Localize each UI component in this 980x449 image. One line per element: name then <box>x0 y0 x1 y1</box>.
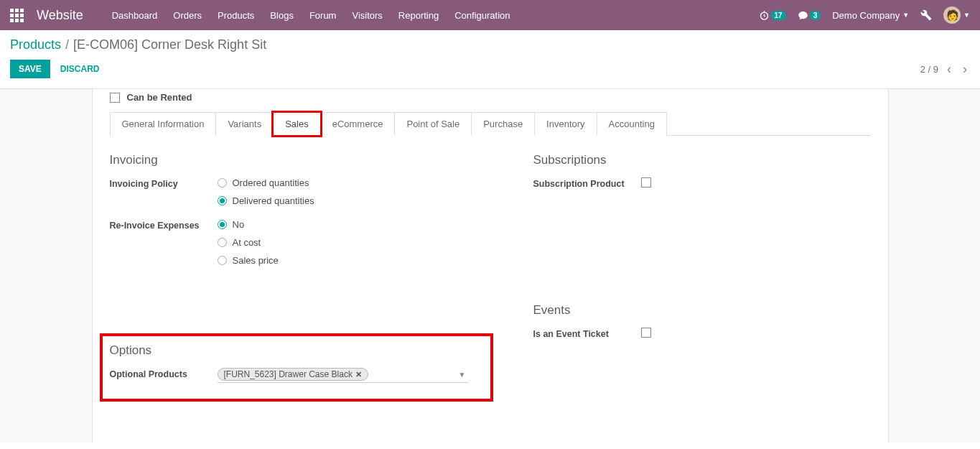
tab-ecommerce[interactable]: eCommerce <box>320 112 396 136</box>
tabs: General Information Variants Sales eComm… <box>110 111 871 136</box>
radio-icon <box>218 196 227 205</box>
radio-icon <box>218 238 227 247</box>
app-brand[interactable]: Website <box>37 8 83 23</box>
policy-ordered[interactable]: Ordered quantities <box>218 177 490 188</box>
invoicing-policy-label: Invoicing Policy <box>110 177 218 213</box>
product-tag: [FURN_5623] Drawer Case Black ✕ <box>218 368 368 381</box>
timer-badge: 17 <box>771 11 786 20</box>
radio-icon <box>218 256 227 265</box>
options-title: Options <box>110 343 483 358</box>
chevron-down-icon: ▼ <box>902 11 909 19</box>
nav-orders[interactable]: Orders <box>173 10 202 21</box>
tab-general-information[interactable]: General Information <box>110 112 217 136</box>
event-ticket-label: Is an Event Ticket <box>533 328 641 340</box>
reinvoice-atcost-label: At cost <box>233 237 261 248</box>
optional-products-label: Optional Products <box>110 368 218 383</box>
topbar-right: 17 3 Demo Company ▼ 🧑 ▼ <box>759 6 970 24</box>
invoicing-policy-field: Ordered quantities Delivered quantities <box>218 177 490 213</box>
tag-remove-icon[interactable]: ✕ <box>355 370 362 379</box>
policy-delivered-label: Delivered quantities <box>233 195 314 206</box>
company-switcher[interactable]: Demo Company ▼ <box>832 10 909 21</box>
nav-configuration[interactable]: Configuration <box>454 10 510 21</box>
nav-menu: Dashboard Orders Products Blogs Forum Vi… <box>112 10 510 21</box>
product-tag-label: [FURN_5623] Drawer Case Black <box>224 369 353 379</box>
can-be-rented-label: Can be Rented <box>127 92 192 103</box>
breadcrumb: Products / [E-COM06] Corner Desk Right S… <box>0 30 980 55</box>
subscription-product-row: Subscription Product <box>533 177 871 190</box>
reinvoice-salesprice[interactable]: Sales price <box>218 255 490 266</box>
reinvoice-no-label: No <box>233 219 245 230</box>
subscription-product-checkbox[interactable] <box>641 177 651 188</box>
policy-ordered-label: Ordered quantities <box>233 177 309 188</box>
event-ticket-row: Is an Event Ticket <box>533 328 871 340</box>
chat-button[interactable]: 3 <box>798 10 821 21</box>
nav-products[interactable]: Products <box>218 10 254 21</box>
nav-forum[interactable]: Forum <box>309 10 337 21</box>
can-be-rented-row: Can be Rented <box>110 89 871 111</box>
tab-inventory[interactable]: Inventory <box>534 112 597 136</box>
invoicing-policy-row: Invoicing Policy Ordered quantities Deli… <box>110 177 490 213</box>
timer-icon <box>759 10 770 21</box>
nav-reporting[interactable]: Reporting <box>398 10 439 21</box>
pager: 2 / 9 ‹ › <box>920 62 970 77</box>
form-columns: Invoicing Invoicing Policy Ordered quant… <box>110 153 871 399</box>
right-column: Subscriptions Subscription Product Event… <box>533 153 871 399</box>
can-be-rented-checkbox[interactable] <box>110 93 120 103</box>
breadcrumb-sep: / <box>65 37 69 52</box>
tab-purchase[interactable]: Purchase <box>471 112 535 136</box>
pager-prev[interactable]: ‹ <box>944 62 954 77</box>
optional-products-field: [FURN_5623] Drawer Case Black ✕ ▼ <box>218 368 483 383</box>
optional-products-input[interactable]: [FURN_5623] Drawer Case Black ✕ ▼ <box>218 368 469 383</box>
event-ticket-checkbox[interactable] <box>641 328 651 338</box>
breadcrumb-root[interactable]: Products <box>10 37 61 52</box>
save-button[interactable]: SAVE <box>10 60 50 78</box>
subscriptions-title: Subscriptions <box>533 153 871 167</box>
radio-icon <box>218 178 227 188</box>
avatar: 🧑 <box>943 6 961 24</box>
nav-dashboard[interactable]: Dashboard <box>112 10 158 21</box>
discard-button[interactable]: DISCARD <box>60 64 100 74</box>
options-section: Options Optional Products [FURN_5623] Dr… <box>103 336 490 399</box>
breadcrumb-current: [E-COM06] Corner Desk Right Sit <box>73 37 266 52</box>
dropdown-caret-icon[interactable]: ▼ <box>459 371 466 379</box>
action-bar: SAVE DISCARD 2 / 9 ‹ › <box>0 55 980 88</box>
tab-sales[interactable]: Sales <box>273 112 321 136</box>
optional-products-row: Optional Products [FURN_5623] Drawer Cas… <box>110 368 483 383</box>
apps-icon[interactable] <box>10 9 24 22</box>
form-sheet: Can be Rented General Information Varian… <box>92 89 889 443</box>
pager-count: 2 / 9 <box>920 64 938 75</box>
reinvoice-atcost[interactable]: At cost <box>218 237 490 248</box>
reinvoice-salesprice-label: Sales price <box>233 255 279 266</box>
chevron-down-icon: ▼ <box>963 11 970 19</box>
subscription-product-label: Subscription Product <box>533 177 641 190</box>
events-title: Events <box>533 303 871 318</box>
topbar: Website Dashboard Orders Products Blogs … <box>0 0 980 30</box>
nav-blogs[interactable]: Blogs <box>270 10 294 21</box>
nav-visitors[interactable]: Visitors <box>352 10 382 21</box>
reinvoice-row: Re-Invoice Expenses No At cost Sales <box>110 219 490 273</box>
tab-point-of-sale[interactable]: Point of Sale <box>394 112 472 136</box>
reinvoice-field: No At cost Sales price <box>218 219 490 273</box>
pager-next[interactable]: › <box>960 62 970 77</box>
left-column: Invoicing Invoicing Policy Ordered quant… <box>110 153 490 399</box>
timer-button[interactable]: 17 <box>759 10 786 21</box>
invoicing-title: Invoicing <box>110 153 490 167</box>
policy-delivered[interactable]: Delivered quantities <box>218 195 490 206</box>
radio-icon <box>218 220 227 229</box>
chat-badge: 3 <box>810 11 821 20</box>
reinvoice-label: Re-Invoice Expenses <box>110 219 218 273</box>
debug-icon[interactable] <box>920 9 932 21</box>
tab-accounting[interactable]: Accounting <box>597 112 667 136</box>
content-scroll[interactable]: Can be Rented General Information Varian… <box>0 88 980 443</box>
user-menu[interactable]: 🧑 ▼ <box>943 6 970 24</box>
chat-icon <box>798 10 808 21</box>
reinvoice-no[interactable]: No <box>218 219 490 230</box>
company-name: Demo Company <box>832 10 900 21</box>
tab-variants[interactable]: Variants <box>215 112 274 136</box>
